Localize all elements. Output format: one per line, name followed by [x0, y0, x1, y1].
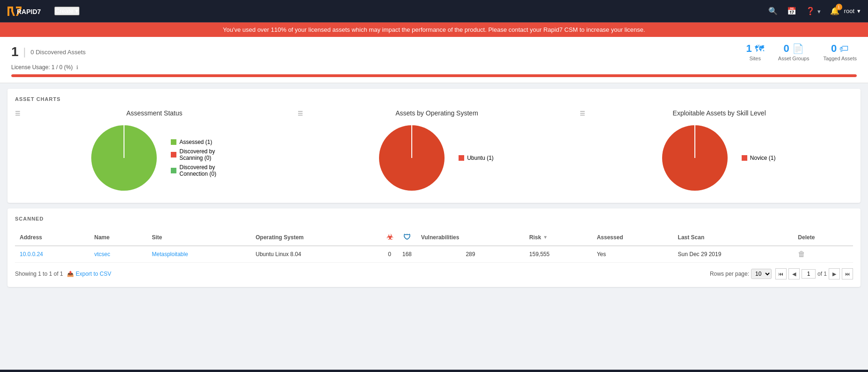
license-label: License Usage: 1 / 0 (%)	[11, 64, 73, 71]
notifications-icon[interactable]: 🔔 1	[830, 7, 839, 15]
charts-section: ASSET CHARTS ☰ Assessment Status	[7, 89, 861, 203]
col-site-label: Site	[152, 234, 162, 241]
chart2-legend: Ubuntu (1)	[459, 155, 494, 161]
header-section: 1 | 0 Discovered Assets 1 🗺 Sites 0 📄	[0, 37, 868, 83]
svg-text:RAPID7: RAPID7	[17, 8, 41, 15]
legend-label-novice: Novice (1)	[750, 155, 776, 161]
legend-label-ubuntu: Ubuntu (1)	[467, 155, 494, 161]
col-name-label: Name	[95, 234, 110, 241]
chart2-body: Ubuntu (1)	[298, 121, 571, 195]
svg-rect-3	[11, 7, 13, 11]
tagged-assets-label: Tagged Assets	[823, 56, 857, 61]
legend-color-novice	[742, 155, 747, 161]
discovered-label: 0 Discovered Assets	[30, 49, 86, 56]
top-nav: RAPID7 Create ▾ 🔍 📅 ❓ ▾ 🔔 1 root ▾	[0, 0, 868, 22]
col-vulnerabilities-label: Vulnerabilities	[421, 234, 460, 241]
chart2-pie	[374, 121, 449, 195]
page-number-input[interactable]	[802, 269, 816, 279]
legend-item-scanning: Discovered byScanning (0)	[171, 148, 216, 161]
prev-page-button[interactable]: ◀	[788, 268, 800, 279]
charts-section-title: ASSET CHARTS	[15, 96, 853, 102]
total-pages-label: of 1	[817, 271, 827, 277]
export-csv-button[interactable]: 📤 Export to CSV	[67, 271, 111, 277]
footer-left: Showing 1 to 1 of 1 📤 Export to CSV	[15, 271, 111, 277]
cell-delete: 🗑	[793, 246, 853, 263]
assets-table-container: Address Name Site Operating System ☣ 🛡 V…	[15, 229, 853, 263]
chart1-pie	[87, 121, 161, 195]
cell-vulnerabilities: 289	[416, 246, 525, 263]
table-header-row: Address Name Site Operating System ☣ 🛡 V…	[15, 229, 853, 246]
search-icon[interactable]: 🔍	[768, 7, 778, 15]
legend-item-connection: Discovered byConnection (0)	[171, 164, 216, 177]
chart3-menu-icon[interactable]: ☰	[580, 110, 585, 117]
chart1-legend: Assessed (1) Discovered byScanning (0) D…	[171, 139, 216, 177]
sites-count: 1	[746, 43, 752, 55]
help-icon[interactable]: ❓ ▾	[806, 7, 820, 15]
chart3-title: Exploitable Assets by Skill Level	[585, 109, 853, 117]
delete-row-button[interactable]: 🗑	[798, 250, 805, 258]
col-assessed-label: Assessed	[597, 234, 623, 241]
chart1-body: Assessed (1) Discovered byScanning (0) D…	[15, 121, 288, 195]
col-risk[interactable]: Risk ▼	[525, 229, 592, 246]
cell-risk: 159,555	[525, 246, 592, 263]
legend-label-connection: Discovered byConnection (0)	[179, 164, 216, 177]
name-link[interactable]: vtcsec	[95, 251, 110, 258]
rows-per-page-select[interactable]: 10 25 50	[751, 269, 772, 279]
export-label: Export to CSV	[76, 271, 111, 277]
site-link[interactable]: Metasploitable	[152, 251, 188, 258]
chevron-down-icon: ▾	[75, 7, 79, 14]
next-page-button[interactable]: ▶	[829, 268, 840, 279]
asset-groups-label: Asset Groups	[778, 56, 810, 61]
main-content: 1 | 0 Discovered Assets 1 🗺 Sites 0 📄	[0, 37, 868, 370]
asset-groups-stat: 0 📄 Asset Groups	[778, 43, 810, 61]
chart3-header: ☰ Exploitable Assets by Skill Level	[580, 109, 853, 117]
chart2-menu-icon[interactable]: ☰	[298, 110, 303, 117]
logo-area: RAPID7	[7, 5, 45, 18]
user-label: root	[844, 7, 854, 14]
sites-icon: 🗺	[755, 43, 764, 54]
chart1-header: ☰ Assessment Status	[15, 109, 288, 117]
chart1-menu-icon[interactable]: ☰	[15, 110, 21, 117]
progress-fill	[11, 74, 857, 77]
cell-address: 10.0.0.24	[15, 246, 90, 263]
chart3-body: Novice (1)	[580, 121, 853, 195]
legend-color-connection	[171, 168, 176, 173]
col-os-label: Operating System	[255, 234, 304, 241]
user-menu[interactable]: root ▾	[844, 7, 861, 14]
skill-chart: ☰ Exploitable Assets by Skill Level Novi…	[580, 109, 853, 195]
cell-col-a: 0	[382, 246, 398, 263]
legend-item-ubuntu: Ubuntu (1)	[459, 155, 494, 161]
first-page-button[interactable]: ⏮	[775, 268, 787, 279]
footer-right: Rows per page: 10 25 50 ⏮ ◀ of 1 ▶ ⏭	[710, 268, 853, 279]
col-name: Name	[90, 229, 147, 246]
table-footer: Showing 1 to 1 of 1 📤 Export to CSV Rows…	[15, 268, 853, 279]
assets-count: 1	[11, 44, 19, 59]
assets-table: Address Name Site Operating System ☣ 🛡 V…	[15, 229, 853, 263]
cell-assessed: Yes	[592, 246, 673, 263]
warning-banner: You've used over 110% of your licensed a…	[0, 22, 868, 37]
sites-stat: 1 🗺 Sites	[746, 43, 764, 61]
col-vuln-red-icon-header: ☣	[382, 229, 398, 246]
address-link[interactable]: 10.0.0.24	[20, 251, 43, 258]
cell-site: Metasploitable	[147, 246, 251, 263]
charts-grid: ☰ Assessment Status Assessed (1)	[15, 109, 853, 195]
col-address: Address	[15, 229, 90, 246]
last-page-button[interactable]: ⏭	[842, 268, 853, 279]
info-icon: ℹ	[76, 64, 78, 71]
sites-label: Sites	[749, 56, 760, 61]
calendar-icon[interactable]: 📅	[787, 7, 796, 15]
legend-label-assessed: Assessed (1)	[179, 139, 212, 145]
nav-icons: 🔍 📅 ❓ ▾ 🔔 1	[768, 7, 839, 15]
create-button[interactable]: Create ▾	[54, 7, 80, 15]
header-stats: 1 🗺 Sites 0 📄 Asset Groups 0 🏷	[746, 43, 857, 61]
col-last-scan: Last Scan	[673, 229, 794, 246]
cell-name: vtcsec	[90, 246, 147, 263]
assets-title: 1 | 0 Discovered Assets	[11, 44, 86, 59]
tagged-icon: 🏷	[839, 43, 849, 54]
vulnerability-blue-icon: 🛡	[403, 233, 411, 241]
sort-desc-icon[interactable]: ▼	[543, 235, 547, 240]
cell-col-b: 168	[398, 246, 416, 263]
chart3-pie	[657, 121, 732, 195]
legend-item-novice: Novice (1)	[742, 155, 776, 161]
asset-groups-count: 0	[783, 43, 789, 55]
